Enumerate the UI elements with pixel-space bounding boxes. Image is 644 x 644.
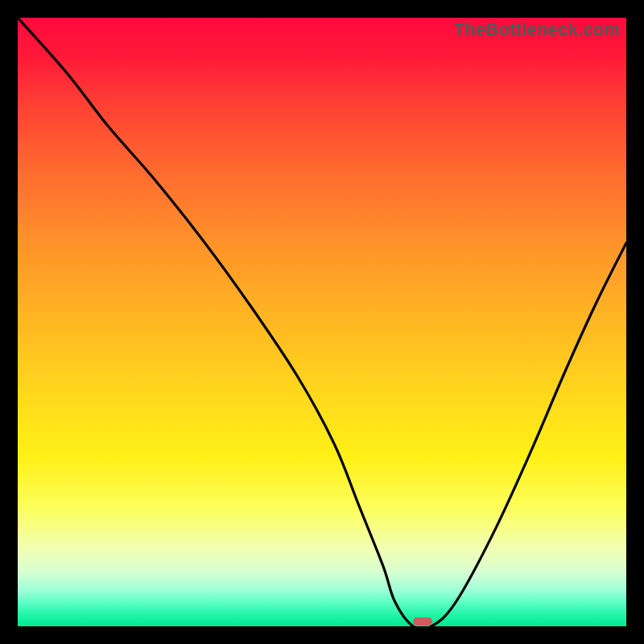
optimal-marker: [413, 617, 432, 625]
chart-container: TheBottleneck.com: [0, 0, 644, 644]
bottleneck-curve: [18, 18, 626, 626]
plot-area: TheBottleneck.com: [18, 18, 626, 626]
